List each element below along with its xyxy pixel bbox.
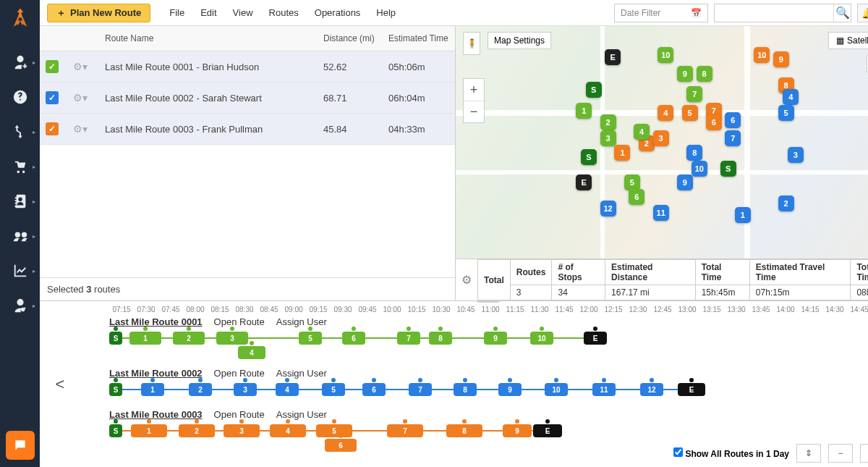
- map-marker[interactable]: 5: [778, 105, 794, 121]
- search-input[interactable]: [715, 8, 833, 18]
- show-all-toggle[interactable]: Show All Routes in 1 Day: [673, 447, 789, 459]
- timeline-stop[interactable]: S: [109, 332, 122, 345]
- timeline-stop[interactable]: 1: [141, 383, 164, 396]
- open-route-link[interactable]: Open Route: [214, 409, 265, 420]
- timeline-stop[interactable]: 5: [322, 383, 345, 396]
- map-marker[interactable]: 1: [576, 103, 592, 119]
- sidebar-user-settings[interactable]: ▸: [0, 288, 40, 323]
- timeline-route-name[interactable]: Last Mile Route 0003: [109, 409, 203, 420]
- map-marker[interactable]: E: [576, 174, 592, 190]
- map-marker[interactable]: 1: [614, 145, 630, 161]
- map-marker[interactable]: 9: [677, 174, 693, 190]
- map-marker[interactable]: 1: [735, 207, 751, 223]
- sidebar-analytics[interactable]: ▸: [0, 253, 40, 288]
- row-gear-icon[interactable]: ⚙▾: [73, 92, 88, 104]
- timeline-stop[interactable]: 8: [429, 332, 452, 345]
- open-route-link[interactable]: Open Route: [214, 316, 265, 327]
- sidebar-address-book[interactable]: ▸: [0, 184, 40, 219]
- timeline-stop[interactable]: 4: [270, 424, 306, 437]
- menu-view[interactable]: View: [226, 4, 260, 21]
- timeline-stop[interactable]: 2: [173, 332, 205, 345]
- map-marker[interactable]: 12: [600, 201, 616, 216]
- show-all-checkbox[interactable]: [673, 447, 683, 457]
- route-row[interactable]: ✓ ⚙▾ Last Mile Route 0001 - Brian Hudson…: [40, 51, 455, 83]
- timeline-stop[interactable]: 2: [189, 383, 212, 396]
- pegman-icon[interactable]: 🧍: [463, 32, 480, 55]
- map-marker[interactable]: 10: [692, 161, 707, 177]
- timeline-stop[interactable]: 9: [503, 424, 532, 437]
- timeline-stop[interactable]: 9: [484, 332, 507, 345]
- notifications-button[interactable]: 🔔: [857, 4, 868, 22]
- map-marker[interactable]: 3: [600, 130, 616, 146]
- timeline-fit-button[interactable]: ⇕: [796, 444, 821, 463]
- zoom-out-button[interactable]: −: [464, 101, 484, 122]
- route-row[interactable]: ✓ ⚙▾ Last Mile Route 0003 - Frank Pullma…: [40, 114, 455, 145]
- map-marker[interactable]: 10: [754, 47, 770, 63]
- map-marker[interactable]: 7: [686, 86, 702, 102]
- timeline-stop[interactable]: 11: [592, 383, 616, 396]
- menu-help[interactable]: Help: [369, 4, 403, 21]
- timeline-zoom-in[interactable]: +: [860, 444, 868, 463]
- map-marker[interactable]: 10: [658, 47, 673, 63]
- sidebar-help[interactable]: [0, 80, 40, 114]
- zoom-in-button[interactable]: +: [464, 79, 484, 101]
- open-route-link[interactable]: Open Route: [214, 368, 265, 379]
- timeline-stop[interactable]: 8: [446, 424, 482, 437]
- timeline-stop[interactable]: 5: [316, 424, 352, 437]
- map-marker[interactable]: 2: [778, 195, 794, 211]
- menu-file[interactable]: File: [162, 4, 192, 21]
- chat-button[interactable]: [6, 431, 35, 460]
- sidebar-routes[interactable]: ▸: [0, 114, 40, 149]
- map-marker[interactable]: 7: [725, 130, 741, 146]
- timeline-stop[interactable]: 9: [498, 383, 522, 396]
- map-marker[interactable]: 6: [706, 114, 722, 130]
- timeline-stop[interactable]: 3: [224, 424, 260, 437]
- col-eta[interactable]: Estimated Time: [383, 26, 455, 51]
- menu-edit[interactable]: Edit: [193, 4, 224, 21]
- map-marker[interactable]: 8: [697, 66, 712, 82]
- map-marker[interactable]: S: [720, 161, 736, 177]
- timeline-stop[interactable]: 8: [454, 383, 477, 396]
- timeline-stop[interactable]: 12: [640, 383, 663, 396]
- map-settings-button[interactable]: Map Settings: [488, 32, 551, 49]
- sidebar-fleet[interactable]: ▸: [0, 219, 40, 253]
- timeline-stop[interactable]: 6: [325, 439, 357, 452]
- timeline-stop[interactable]: S: [109, 383, 122, 396]
- map-marker[interactable]: 4: [634, 124, 650, 140]
- timeline-stop[interactable]: 10: [530, 332, 553, 345]
- timeline-stop[interactable]: 5: [299, 332, 322, 345]
- timeline-stop[interactable]: 10: [545, 383, 568, 396]
- map-marker[interactable]: 5: [682, 105, 698, 121]
- summary-settings-icon[interactable]: ⚙: [456, 259, 477, 300]
- timeline-stop[interactable]: 7: [397, 332, 420, 345]
- map-marker[interactable]: 3: [653, 130, 669, 146]
- timeline-stop[interactable]: 7: [409, 383, 432, 396]
- timeline-stop[interactable]: 7: [387, 424, 423, 437]
- col-distance[interactable]: Distance (mi): [318, 26, 383, 51]
- search-box[interactable]: 🔍: [714, 4, 851, 22]
- timeline-stop[interactable]: 3: [234, 383, 257, 396]
- sidebar-orders[interactable]: ▸: [0, 149, 40, 184]
- menu-routes[interactable]: Routes: [262, 4, 306, 21]
- sidebar-add-user[interactable]: ▸: [0, 45, 40, 80]
- map-marker[interactable]: 8: [686, 145, 702, 161]
- timeline-route-name[interactable]: Last Mile Route 0002: [109, 368, 203, 379]
- map-marker[interactable]: E: [605, 49, 621, 65]
- timeline-stop[interactable]: E: [678, 383, 705, 396]
- timeline-stop[interactable]: S: [109, 424, 122, 437]
- route-checkbox[interactable]: ✓: [46, 60, 59, 73]
- map-marker[interactable]: 4: [783, 89, 799, 105]
- date-filter[interactable]: Date Filter 📅: [614, 4, 708, 22]
- map-marker[interactable]: S: [586, 82, 602, 98]
- timeline-stop[interactable]: 6: [342, 332, 365, 345]
- map[interactable]: 🧍 Map Settings ▦Satellite 🗺Map 📡Tracking…: [456, 26, 868, 258]
- map-marker[interactable]: 4: [658, 105, 673, 121]
- timeline-stop[interactable]: 6: [362, 383, 386, 396]
- timeline-stop[interactable]: 1: [129, 332, 161, 345]
- map-marker[interactable]: 6: [629, 189, 644, 205]
- timeline-route-name[interactable]: Last Mile Route 0001: [109, 316, 203, 327]
- map-marker[interactable]: 3: [788, 147, 804, 163]
- timeline-stop[interactable]: 4: [276, 383, 299, 396]
- plan-new-route-button[interactable]: ＋ Plan New Route: [47, 4, 150, 22]
- map-marker[interactable]: 6: [725, 112, 741, 128]
